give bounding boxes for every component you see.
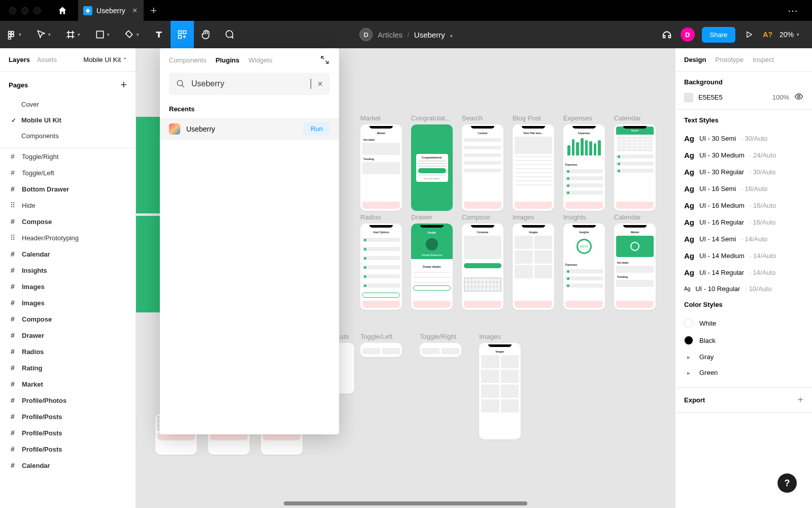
- plugin-search[interactable]: ×: [169, 73, 330, 95]
- new-tab-button[interactable]: +: [144, 0, 164, 21]
- home-button[interactable]: [48, 0, 77, 21]
- zoom-window-icon[interactable]: [33, 7, 41, 14]
- canvas-frame[interactable]: ImagesImages: [513, 213, 554, 310]
- user-avatar[interactable]: D: [681, 27, 695, 42]
- canvas-frame[interactable]: InsightsInsights$32.01Expenses: [563, 213, 605, 310]
- layer-item[interactable]: #Bottom Drawer: [0, 181, 136, 197]
- layer-item[interactable]: #Images: [0, 278, 136, 295]
- layer-item[interactable]: #Rating: [0, 360, 136, 376]
- plugin-search-input[interactable]: [191, 79, 307, 88]
- frame-tool[interactable]: ▾: [59, 21, 88, 48]
- layers-tab[interactable]: Layers: [9, 56, 30, 64]
- text-style-row[interactable]: AgUI - 16 Medium16/Auto: [684, 197, 803, 214]
- canvas-frame[interactable]: Toggle/Right: [420, 333, 461, 357]
- text-style-row[interactable]: AgUI - 14 Medium14/Auto: [684, 247, 803, 264]
- layer-item[interactable]: #Profile/Posts: [0, 441, 136, 457]
- layer-item[interactable]: #Profile/Posts: [0, 408, 136, 425]
- layer-item[interactable]: #Images: [0, 295, 136, 311]
- canvas-frame[interactable]: CalendarMarch: [614, 114, 656, 211]
- layer-item[interactable]: #Insights: [0, 262, 136, 278]
- team-avatar[interactable]: D: [359, 28, 373, 41]
- canvas-frame[interactable]: Congratulat...Congratulations!Secondary …: [411, 114, 453, 211]
- share-button[interactable]: Share: [702, 27, 736, 43]
- canvas-frame[interactable]: SearchContent: [462, 114, 503, 211]
- layer-item[interactable]: #Market: [0, 376, 136, 392]
- layer-item[interactable]: #Calendar: [0, 246, 136, 262]
- move-tool[interactable]: ▾: [29, 21, 59, 48]
- text-style-row[interactable]: AgUI - 14 Regular14/Auto: [684, 264, 803, 281]
- audio-chat-button[interactable]: [660, 28, 673, 41]
- expand-popover-button[interactable]: [320, 55, 330, 65]
- layer-item[interactable]: #Toggle/Left: [0, 165, 136, 181]
- page-selector[interactable]: Mobile UI Kit ⌃: [83, 56, 127, 64]
- text-style-row[interactable]: AgUI - 14 Semi14/Auto: [684, 231, 803, 247]
- page-item[interactable]: Cover: [0, 97, 136, 112]
- visibility-icon[interactable]: [794, 92, 803, 103]
- inspect-tab[interactable]: Inspect: [753, 56, 774, 64]
- layer-item[interactable]: #Compose: [0, 213, 136, 230]
- canvas-frame[interactable]: ImagesImages: [479, 333, 521, 439]
- clear-search-icon[interactable]: ×: [317, 79, 323, 89]
- text-style-row[interactable]: AgUI - 16 Semi16/Auto: [684, 180, 803, 197]
- text-style-row[interactable]: AgUI - 16 Regular16/Auto: [684, 214, 803, 231]
- color-style-row[interactable]: ▸Gray: [684, 349, 803, 365]
- plugins-subtab[interactable]: Plugins: [216, 56, 240, 64]
- present-button[interactable]: [742, 28, 756, 41]
- close-tab-icon[interactable]: ×: [132, 6, 138, 16]
- add-export-button[interactable]: +: [797, 394, 803, 406]
- zoom-control[interactable]: 20% ▾: [780, 30, 799, 39]
- layer-item[interactable]: #Toggle/Right: [0, 148, 136, 165]
- resources-tool[interactable]: [171, 21, 194, 48]
- color-style-row[interactable]: White: [684, 314, 803, 332]
- layer-item[interactable]: #Drawer: [0, 327, 136, 343]
- canvas-frame[interactable]: MarketMarketHot dealsTrending: [360, 114, 402, 211]
- breadcrumb-parent[interactable]: Articles: [378, 30, 402, 39]
- plugin-result-row[interactable]: Useberry Run: [160, 118, 339, 140]
- run-plugin-button[interactable]: Run: [303, 122, 330, 136]
- minimize-window-icon[interactable]: [21, 7, 28, 14]
- layer-item[interactable]: #Calendar: [0, 457, 136, 473]
- canvas-frame[interactable]: Blog PostPost Title here...: [513, 114, 554, 211]
- missing-fonts-button[interactable]: A?: [763, 30, 772, 39]
- background-hex[interactable]: E5E5E5: [698, 93, 767, 101]
- more-icon[interactable]: ⋯: [788, 5, 799, 17]
- document-tab[interactable]: ◆ Useberry ×: [78, 0, 144, 21]
- color-style-row[interactable]: Black: [684, 332, 803, 349]
- chevron-down-icon[interactable]: ▾: [450, 34, 453, 39]
- text-style-row[interactable]: AgUI - 30 Regular30/Auto: [684, 164, 803, 180]
- close-window-icon[interactable]: [9, 7, 16, 14]
- background-opacity[interactable]: 100%: [772, 93, 789, 101]
- comment-tool[interactable]: [217, 21, 241, 48]
- prototype-tab[interactable]: Prototype: [715, 56, 743, 64]
- page-item[interactable]: ✓Mobile UI Kit: [0, 112, 136, 128]
- shape-tool[interactable]: ▾: [88, 21, 118, 48]
- text-style-row[interactable]: AgUI - 10 Regular10/Auto: [684, 281, 803, 297]
- components-subtab[interactable]: Components: [169, 56, 207, 64]
- text-style-row[interactable]: AgUI - 30 Medium24/Auto: [684, 147, 803, 164]
- horizontal-scrollbar[interactable]: [284, 501, 527, 505]
- layer-item[interactable]: #Radios: [0, 343, 136, 360]
- add-page-button[interactable]: +: [120, 78, 127, 91]
- layer-item[interactable]: ⠿Header/Prototyping: [0, 230, 136, 246]
- canvas-frame[interactable]: ExpensesExpensesExpenses: [563, 114, 605, 211]
- help-button[interactable]: ?: [777, 473, 797, 493]
- page-item[interactable]: Components: [0, 128, 136, 144]
- pen-tool[interactable]: ▾: [118, 21, 147, 48]
- layer-item[interactable]: #Profile/Photos: [0, 392, 136, 408]
- layer-item[interactable]: #Compose: [0, 311, 136, 327]
- text-style-row[interactable]: AgUI - 30 Semi30/Auto: [684, 130, 803, 147]
- layer-item[interactable]: #Profile/Posts: [0, 425, 136, 441]
- breadcrumb-current[interactable]: Useberry: [414, 30, 445, 39]
- widgets-subtab[interactable]: Widgets: [249, 56, 273, 64]
- background-swatch[interactable]: [684, 93, 693, 102]
- assets-tab[interactable]: Assets: [37, 56, 57, 64]
- text-tool[interactable]: [147, 21, 171, 48]
- canvas-frame[interactable]: DrawerProfileVictoria RobertsonDrawer He…: [411, 213, 453, 310]
- hand-tool[interactable]: [194, 21, 217, 48]
- main-menu-button[interactable]: ▾: [0, 21, 29, 48]
- canvas-frame[interactable]: Toggle/Left: [360, 333, 402, 357]
- canvas-frame[interactable]: CalendarMarketHot dealsTrending: [614, 213, 656, 310]
- color-style-row[interactable]: ▸Green: [684, 365, 803, 380]
- layer-item[interactable]: ⠿Hide: [0, 197, 136, 213]
- canvas-frame[interactable]: RadiosUser Options: [360, 213, 402, 310]
